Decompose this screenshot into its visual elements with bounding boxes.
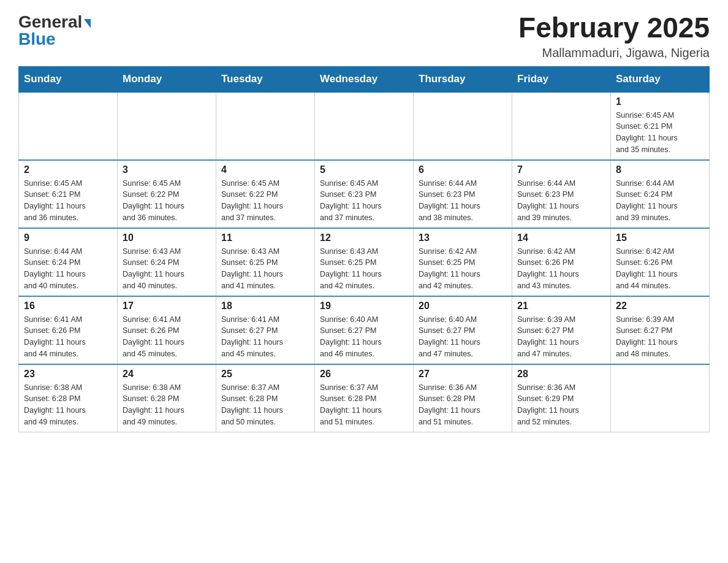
table-row: 22Sunrise: 6:39 AM Sunset: 6:27 PM Dayli… [611, 296, 710, 364]
day-info: Sunrise: 6:45 AM Sunset: 6:21 PM Dayligh… [616, 110, 704, 156]
table-row: 27Sunrise: 6:36 AM Sunset: 6:28 PM Dayli… [414, 364, 512, 432]
table-row: 14Sunrise: 6:42 AM Sunset: 6:26 PM Dayli… [512, 228, 611, 296]
table-row: 6Sunrise: 6:44 AM Sunset: 6:23 PM Daylig… [414, 160, 512, 228]
logo-triangle-icon [84, 19, 91, 28]
calendar-header-row: Sunday Monday Tuesday Wednesday Thursday… [19, 66, 710, 92]
table-row: 2Sunrise: 6:45 AM Sunset: 6:21 PM Daylig… [19, 160, 118, 228]
day-info: Sunrise: 6:41 AM Sunset: 6:26 PM Dayligh… [123, 314, 211, 360]
day-number: 26 [320, 369, 408, 380]
table-row: 20Sunrise: 6:40 AM Sunset: 6:27 PM Dayli… [414, 296, 512, 364]
table-row: 8Sunrise: 6:44 AM Sunset: 6:24 PM Daylig… [611, 160, 710, 228]
day-number: 6 [419, 164, 507, 175]
day-number: 4 [221, 164, 309, 175]
table-row: 28Sunrise: 6:36 AM Sunset: 6:29 PM Dayli… [512, 364, 611, 432]
table-row: 23Sunrise: 6:38 AM Sunset: 6:28 PM Dayli… [19, 364, 118, 432]
day-number: 20 [419, 301, 507, 312]
day-number: 9 [24, 232, 112, 243]
day-number: 13 [419, 232, 507, 243]
calendar-table: Sunday Monday Tuesday Wednesday Thursday… [18, 66, 710, 432]
day-info: Sunrise: 6:39 AM Sunset: 6:27 PM Dayligh… [517, 314, 605, 360]
day-number: 23 [24, 369, 112, 380]
logo-blue-text: Blue [18, 29, 56, 49]
calendar-week-row: 23Sunrise: 6:38 AM Sunset: 6:28 PM Dayli… [19, 364, 710, 432]
day-number: 12 [320, 232, 408, 243]
col-thursday: Thursday [414, 66, 512, 92]
logo: General Blue [18, 12, 91, 49]
table-row: 12Sunrise: 6:43 AM Sunset: 6:25 PM Dayli… [315, 228, 414, 296]
day-info: Sunrise: 6:44 AM Sunset: 6:24 PM Dayligh… [24, 246, 112, 292]
table-row [414, 92, 512, 160]
table-row [216, 92, 315, 160]
table-row: 16Sunrise: 6:41 AM Sunset: 6:26 PM Dayli… [19, 296, 118, 364]
table-row: 15Sunrise: 6:42 AM Sunset: 6:26 PM Dayli… [611, 228, 710, 296]
table-row: 26Sunrise: 6:37 AM Sunset: 6:28 PM Dayli… [315, 364, 414, 432]
table-row [611, 364, 710, 432]
day-info: Sunrise: 6:41 AM Sunset: 6:26 PM Dayligh… [24, 314, 112, 360]
title-block: February 2025 Mallammaduri, Jigawa, Nige… [518, 12, 710, 60]
table-row: 7Sunrise: 6:44 AM Sunset: 6:23 PM Daylig… [512, 160, 611, 228]
day-number: 18 [221, 301, 309, 312]
table-row [315, 92, 414, 160]
day-number: 8 [616, 164, 704, 175]
day-info: Sunrise: 6:37 AM Sunset: 6:28 PM Dayligh… [221, 382, 309, 428]
calendar-week-row: 2Sunrise: 6:45 AM Sunset: 6:21 PM Daylig… [19, 160, 710, 228]
day-info: Sunrise: 6:36 AM Sunset: 6:28 PM Dayligh… [419, 382, 507, 428]
table-row [512, 92, 611, 160]
day-number: 27 [419, 369, 507, 380]
table-row: 3Sunrise: 6:45 AM Sunset: 6:22 PM Daylig… [118, 160, 216, 228]
day-number: 14 [517, 232, 605, 243]
day-info: Sunrise: 6:45 AM Sunset: 6:23 PM Dayligh… [320, 178, 408, 224]
col-wednesday: Wednesday [315, 66, 414, 92]
day-info: Sunrise: 6:44 AM Sunset: 6:24 PM Dayligh… [616, 178, 704, 224]
table-row: 21Sunrise: 6:39 AM Sunset: 6:27 PM Dayli… [512, 296, 611, 364]
day-info: Sunrise: 6:40 AM Sunset: 6:27 PM Dayligh… [320, 314, 408, 360]
day-number: 22 [616, 301, 704, 312]
day-info: Sunrise: 6:38 AM Sunset: 6:28 PM Dayligh… [24, 382, 112, 428]
day-number: 5 [320, 164, 408, 175]
day-info: Sunrise: 6:45 AM Sunset: 6:22 PM Dayligh… [221, 178, 309, 224]
table-row: 19Sunrise: 6:40 AM Sunset: 6:27 PM Dayli… [315, 296, 414, 364]
location-text: Mallammaduri, Jigawa, Nigeria [518, 46, 710, 60]
day-number: 15 [616, 232, 704, 243]
calendar-week-row: 16Sunrise: 6:41 AM Sunset: 6:26 PM Dayli… [19, 296, 710, 364]
day-info: Sunrise: 6:44 AM Sunset: 6:23 PM Dayligh… [419, 178, 507, 224]
day-number: 7 [517, 164, 605, 175]
table-row: 4Sunrise: 6:45 AM Sunset: 6:22 PM Daylig… [216, 160, 315, 228]
day-info: Sunrise: 6:43 AM Sunset: 6:24 PM Dayligh… [123, 246, 211, 292]
table-row: 10Sunrise: 6:43 AM Sunset: 6:24 PM Dayli… [118, 228, 216, 296]
col-sunday: Sunday [19, 66, 118, 92]
table-row: 17Sunrise: 6:41 AM Sunset: 6:26 PM Dayli… [118, 296, 216, 364]
day-number: 11 [221, 232, 309, 243]
day-number: 16 [24, 301, 112, 312]
day-info: Sunrise: 6:44 AM Sunset: 6:23 PM Dayligh… [517, 178, 605, 224]
day-info: Sunrise: 6:39 AM Sunset: 6:27 PM Dayligh… [616, 314, 704, 360]
col-tuesday: Tuesday [216, 66, 315, 92]
day-info: Sunrise: 6:42 AM Sunset: 6:25 PM Dayligh… [419, 246, 507, 292]
day-number: 28 [517, 369, 605, 380]
day-info: Sunrise: 6:40 AM Sunset: 6:27 PM Dayligh… [419, 314, 507, 360]
day-number: 2 [24, 164, 112, 175]
day-info: Sunrise: 6:45 AM Sunset: 6:22 PM Dayligh… [123, 178, 211, 224]
table-row: 11Sunrise: 6:43 AM Sunset: 6:25 PM Dayli… [216, 228, 315, 296]
day-number: 17 [123, 301, 211, 312]
day-info: Sunrise: 6:41 AM Sunset: 6:27 PM Dayligh… [221, 314, 309, 360]
table-row: 13Sunrise: 6:42 AM Sunset: 6:25 PM Dayli… [414, 228, 512, 296]
day-number: 3 [123, 164, 211, 175]
day-info: Sunrise: 6:38 AM Sunset: 6:28 PM Dayligh… [123, 382, 211, 428]
table-row: 9Sunrise: 6:44 AM Sunset: 6:24 PM Daylig… [19, 228, 118, 296]
col-saturday: Saturday [611, 66, 710, 92]
day-info: Sunrise: 6:37 AM Sunset: 6:28 PM Dayligh… [320, 382, 408, 428]
col-monday: Monday [118, 66, 216, 92]
table-row: 5Sunrise: 6:45 AM Sunset: 6:23 PM Daylig… [315, 160, 414, 228]
table-row [118, 92, 216, 160]
day-number: 24 [123, 369, 211, 380]
day-info: Sunrise: 6:43 AM Sunset: 6:25 PM Dayligh… [320, 246, 408, 292]
day-info: Sunrise: 6:43 AM Sunset: 6:25 PM Dayligh… [221, 246, 309, 292]
page-header: General Blue February 2025 Mallammaduri,… [18, 12, 710, 60]
table-row: 25Sunrise: 6:37 AM Sunset: 6:28 PM Dayli… [216, 364, 315, 432]
calendar-week-row: 9Sunrise: 6:44 AM Sunset: 6:24 PM Daylig… [19, 228, 710, 296]
table-row: 1Sunrise: 6:45 AM Sunset: 6:21 PM Daylig… [611, 92, 710, 160]
day-number: 1 [616, 96, 704, 107]
table-row [19, 92, 118, 160]
day-number: 10 [123, 232, 211, 243]
